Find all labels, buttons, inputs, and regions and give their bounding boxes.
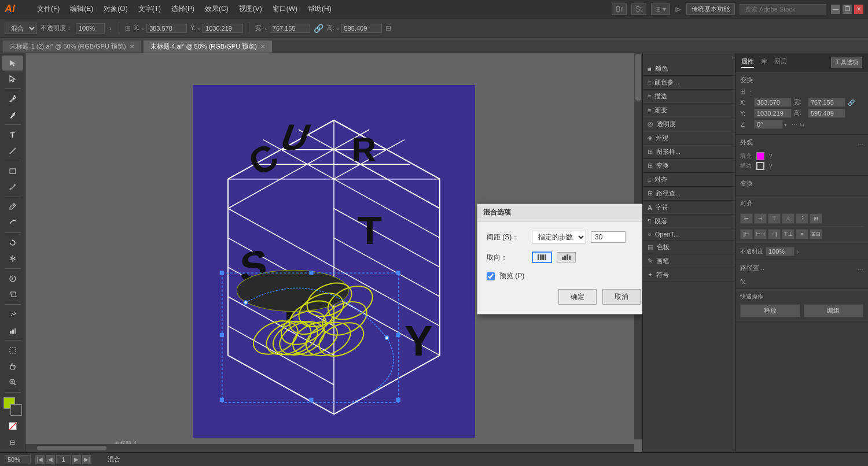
blend-mode-select[interactable]: 混合: [5, 23, 37, 34]
panel-item-pathfinder[interactable]: ⊞ 路径查...: [643, 187, 735, 201]
brush-tool[interactable]: [2, 108, 23, 123]
menu-window[interactable]: 窗口(W): [268, 2, 302, 16]
menu-text[interactable]: 文字(T): [134, 2, 165, 16]
tab-properties[interactable]: 属性: [741, 57, 754, 68]
panel-item-paragraph[interactable]: ¶ 段落: [643, 214, 735, 228]
scrollbar-horizontal[interactable]: [25, 444, 634, 452]
link-icon[interactable]: 🔗: [314, 24, 323, 33]
eyedropper-tool[interactable]: [2, 179, 23, 194]
preview-checkbox[interactable]: [487, 272, 495, 280]
tab-0-close[interactable]: ✕: [130, 43, 134, 50]
distribute-right-btn[interactable]: ⊣|: [768, 229, 781, 239]
grid-icon[interactable]: ⊞ ▾: [651, 3, 670, 15]
panel-item-brushes[interactable]: ✎ 画笔: [643, 254, 735, 268]
y-input[interactable]: [203, 24, 243, 33]
scroll-thumb-v[interactable]: [635, 54, 641, 101]
cancel-button[interactable]: 取消: [602, 289, 641, 305]
ok-button[interactable]: 确定: [558, 289, 597, 305]
none-color-btn[interactable]: [2, 419, 23, 434]
align-right-btn[interactable]: ⊤: [768, 213, 781, 224]
distribute-center-v-btn[interactable]: ≡: [796, 229, 808, 239]
transform-y-input[interactable]: [754, 109, 792, 118]
transform-flip-icon[interactable]: ⇆: [800, 121, 804, 128]
menu-object[interactable]: 对象(O): [99, 2, 132, 16]
nav-first-btn[interactable]: |◀: [35, 455, 45, 464]
zoom-tool[interactable]: [2, 375, 23, 390]
color-boxes[interactable]: [3, 397, 22, 416]
collapse-icon[interactable]: ›: [732, 54, 734, 61]
change-screen-mode[interactable]: ⊟: [2, 435, 23, 450]
panel-item-color[interactable]: ■ 颜色: [643, 62, 735, 76]
direction-btn-1[interactable]: [532, 252, 552, 263]
bridge-icon[interactable]: Br: [612, 3, 627, 15]
angle-input[interactable]: [754, 120, 783, 129]
panel-item-graphic-styles[interactable]: ⊞ 图形样...: [643, 145, 735, 159]
panel-item-swatches[interactable]: ▤ 色板: [643, 241, 735, 254]
panel-item-symbols[interactable]: ✦ 符号: [643, 268, 735, 282]
spacing-type-select[interactable]: 指定的步数 指定的距离 平滑颜色: [532, 231, 586, 243]
artboard-tool[interactable]: [2, 343, 23, 358]
distribute-left-btn[interactable]: |⊢: [740, 229, 753, 239]
direct-selection-tool[interactable]: [2, 72, 23, 87]
panel-item-color-guide[interactable]: ≡ 颜色参...: [643, 76, 735, 90]
zoom-input[interactable]: [5, 455, 31, 464]
rotate-tool[interactable]: [2, 235, 23, 250]
stock-icon[interactable]: St: [631, 3, 646, 15]
tab-1-close[interactable]: ✕: [260, 43, 265, 50]
menu-file[interactable]: 文件(F): [32, 2, 64, 16]
transform-h-input[interactable]: [808, 109, 845, 118]
menu-effect[interactable]: 效果(C): [200, 2, 233, 16]
direction-btn-2[interactable]: [557, 252, 576, 262]
transform-options-icon[interactable]: ⋮: [748, 88, 753, 95]
menu-help[interactable]: 帮助(H): [303, 2, 336, 16]
tab-0[interactable]: 未标题-1 (2).ai* @ 50% (RGB/GPU 预览) ✕: [2, 40, 142, 53]
smooth-tool[interactable]: [2, 215, 23, 230]
pencil-tool[interactable]: [2, 199, 23, 214]
align-center-v-btn[interactable]: ⋮: [796, 213, 808, 224]
artboard-num-input[interactable]: [56, 455, 71, 464]
release-button[interactable]: 释放: [740, 304, 800, 317]
tab-1[interactable]: 未标题-4.ai* @ 50% (RGB/GPU 预览) ✕: [143, 40, 273, 53]
pen-tool[interactable]: [2, 91, 23, 106]
opacity-section-input[interactable]: [766, 247, 795, 256]
rect-tool[interactable]: [2, 164, 23, 179]
align-top-btn[interactable]: ⊥: [782, 213, 795, 224]
h-input[interactable]: [341, 24, 382, 33]
selection-tool[interactable]: [2, 56, 23, 71]
stroke-question[interactable]: ?: [769, 163, 773, 169]
column-graph-tool[interactable]: [2, 323, 23, 338]
canvas-area[interactable]: C U R S I T Y: [25, 53, 642, 452]
nav-last-btn[interactable]: ▶|: [82, 455, 91, 464]
distribute-bottom-btn[interactable]: ⊞⊟: [810, 229, 822, 239]
menu-view[interactable]: 视图(V): [234, 2, 267, 16]
constraint-icon[interactable]: ⊟: [385, 24, 391, 32]
w-input[interactable]: [270, 24, 310, 33]
align-center-h-btn[interactable]: ⊣: [754, 213, 767, 224]
pathfinder-more[interactable]: ⋯: [858, 267, 863, 273]
x-input[interactable]: [146, 24, 187, 33]
type-tool[interactable]: T: [2, 127, 23, 142]
opacity-input[interactable]: [76, 23, 105, 34]
panel-item-gradient[interactable]: ≡ 渐变: [643, 103, 735, 117]
panel-item-transform[interactable]: ⊞ 变换: [643, 159, 735, 173]
minimize-button[interactable]: —: [831, 5, 840, 14]
search-input[interactable]: [740, 4, 826, 14]
scroll-thumb-h[interactable]: [37, 446, 106, 450]
hand-tool[interactable]: [2, 359, 23, 374]
restore-button[interactable]: ❐: [843, 5, 852, 14]
warp-tool[interactable]: [2, 271, 23, 286]
free-distort-tool[interactable]: [2, 287, 23, 302]
panel-item-transparency[interactable]: ◎ 透明度: [643, 117, 735, 131]
panel-item-stroke[interactable]: ≡ 描边: [643, 90, 735, 103]
distribute-center-h-btn[interactable]: ⊢⊣: [754, 229, 767, 239]
opacity-section-arrow[interactable]: ›: [797, 249, 799, 255]
tab-library[interactable]: 库: [761, 57, 767, 68]
close-button[interactable]: ✕: [854, 5, 863, 14]
preview-label[interactable]: 预览 (P): [499, 271, 524, 281]
opacity-arrow[interactable]: ›: [108, 25, 113, 32]
reflect-tool[interactable]: [2, 251, 23, 266]
stroke-swatch[interactable]: [756, 162, 764, 170]
menu-edit[interactable]: 编辑(E): [65, 2, 98, 16]
align-bottom-btn[interactable]: ⊞: [810, 213, 822, 224]
transform-x-input[interactable]: [754, 98, 792, 107]
